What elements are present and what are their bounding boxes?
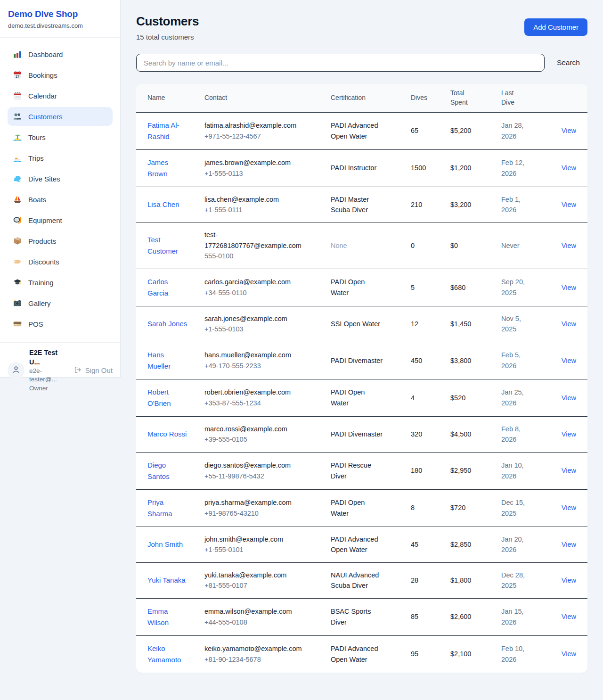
customer-phone: +34-555-0110 — [204, 288, 325, 298]
sidebar-item-calendar[interactable]: Calendar — [8, 86, 113, 105]
column-header-actions — [547, 84, 587, 112]
sidebar-item-tours[interactable]: Tours — [8, 128, 113, 147]
customer-email: emma.wilson@example.com — [204, 606, 306, 617]
customer-name-link[interactable]: Fatima Al-Rashid — [147, 120, 188, 142]
customer-name-link[interactable]: Carlos Garcia — [147, 276, 188, 299]
table-row: Priya Sharma priya.sharma@example.com +9… — [136, 489, 587, 527]
customer-last-dive: Jan 25, 2026 — [501, 387, 530, 408]
customer-phone: +1-555-0111 — [204, 205, 325, 215]
customer-dives: 180 — [411, 452, 450, 489]
customer-email: john.smith@example.com — [204, 534, 306, 544]
customer-email: fatima.alrashid@example.com — [204, 120, 306, 131]
search-button[interactable]: Search — [557, 58, 580, 67]
customer-name-link[interactable]: Robert O'Brien — [147, 387, 188, 409]
customer-last-dive: Sep 20, 2025 — [501, 277, 530, 298]
customer-total-spent: $680 — [450, 269, 501, 306]
customer-name-link[interactable]: Emma Wilson — [147, 606, 188, 628]
customer-certification: PADI Divemaster — [331, 355, 383, 366]
view-link[interactable]: View — [562, 541, 576, 548]
sidebar-item-training[interactable]: Training — [8, 273, 113, 292]
customer-name-link[interactable]: Keiko Yamamoto — [147, 643, 188, 666]
customer-dives: 5 — [411, 269, 450, 306]
customer-last-dive: Jan 10, 2026 — [501, 460, 530, 481]
table-row: Marco Rossi marco.rossi@example.com +39-… — [136, 416, 587, 452]
view-link[interactable]: View — [562, 284, 576, 291]
bar-chart-icon — [13, 49, 22, 59]
user-email: e2e-tester@... — [29, 367, 69, 384]
credit-card-icon — [13, 319, 22, 329]
customer-name-link[interactable]: Hans Mueller — [147, 349, 188, 372]
sidebar-item-customers[interactable]: Customers — [8, 107, 113, 126]
view-link[interactable]: View — [562, 320, 576, 328]
speedboat-icon — [13, 153, 22, 163]
customer-name-link[interactable]: Diego Santos — [147, 460, 188, 482]
customer-name-link[interactable]: Priya Sharma — [147, 497, 188, 519]
sidebar-item-pos[interactable]: POS — [8, 314, 113, 333]
sidebar-item-bookings[interactable]: 17 Bookings — [8, 66, 113, 84]
customer-email: test-1772681807767@example.com — [204, 230, 306, 251]
customer-name-link[interactable]: Test Customer — [147, 234, 188, 257]
customer-total-spent: $3,800 — [450, 342, 501, 379]
diving-mask-icon — [13, 215, 22, 225]
customer-certification: PADI Open Water — [331, 497, 383, 519]
customer-last-dive: Jan 28, 2026 — [501, 120, 530, 141]
table-row: Keiko Yamamoto keiko.yamamoto@example.co… — [136, 635, 587, 673]
customer-name-link[interactable]: John Smith — [147, 539, 183, 550]
sidebar: Demo Dive Shop demo.test.divestreams.com… — [0, 0, 121, 378]
sidebar-item-boats[interactable]: Boats — [8, 190, 113, 209]
sidebar-item-products[interactable]: Products — [8, 231, 113, 250]
sidebar-item-discounts[interactable]: Discounts — [8, 252, 113, 271]
customer-certification: SSI Open Water — [331, 319, 380, 329]
customer-name-link[interactable]: Yuki Tanaka — [147, 575, 186, 586]
customer-email: marco.rossi@example.com — [204, 424, 306, 434]
page-title-block: Customers 15 total customers — [136, 14, 199, 41]
sign-out-button[interactable]: Sign Out — [74, 366, 113, 375]
view-link[interactable]: View — [562, 394, 576, 402]
view-link[interactable]: View — [562, 650, 576, 658]
view-link[interactable]: View — [562, 127, 576, 134]
customer-last-dive: Feb 1, 2026 — [501, 194, 530, 215]
page-title: Customers — [136, 14, 199, 29]
customer-dives: 210 — [411, 187, 450, 222]
view-link[interactable]: View — [562, 613, 576, 620]
page-header: Customers 15 total customers Add Custome… — [136, 14, 587, 41]
customer-certification: PADI Advanced Open Water — [331, 643, 383, 665]
customers-table: NameContactCertificationDivesTotal Spent… — [136, 84, 587, 673]
customer-last-dive: Nov 5, 2025 — [501, 313, 530, 335]
view-link[interactable]: View — [562, 357, 576, 364]
customer-phone: +39-555-0105 — [204, 434, 325, 445]
view-link[interactable]: View — [562, 164, 576, 172]
view-link[interactable]: View — [562, 242, 576, 249]
view-link[interactable]: View — [562, 467, 576, 474]
customer-total-spent: $2,100 — [450, 635, 501, 673]
graduation-cap-icon — [13, 278, 22, 287]
customer-certification: PADI Advanced Open Water — [331, 120, 383, 141]
view-link[interactable]: View — [562, 576, 576, 584]
view-link[interactable]: View — [562, 504, 576, 511]
customer-name-link[interactable]: Marco Rossi — [147, 428, 187, 440]
sidebar-item-dashboard[interactable]: Dashboard — [8, 45, 113, 64]
customer-name-link[interactable]: Lisa Chen — [147, 199, 179, 210]
add-customer-button[interactable]: Add Customer — [524, 18, 587, 36]
sidebar-item-dive-sites[interactable]: Dive Sites — [8, 169, 113, 188]
customer-total-spent: $2,850 — [450, 527, 501, 562]
customer-dives: 28 — [411, 562, 450, 598]
customer-certification: None — [331, 240, 347, 251]
customer-last-dive: Dec 28, 2025 — [501, 570, 530, 591]
customer-phone: +55-11-99876-5432 — [204, 471, 325, 481]
customer-dives: 45 — [411, 527, 450, 562]
customer-certification: PADI Instructor — [331, 163, 376, 173]
customer-certification: NAUI Advanced Scuba Diver — [331, 570, 383, 591]
search-input[interactable] — [136, 54, 545, 72]
customer-name-link[interactable]: James Brown — [147, 157, 188, 180]
sidebar-item-gallery[interactable]: Gallery — [8, 294, 113, 313]
tag-icon — [13, 257, 22, 266]
view-link[interactable]: View — [562, 430, 576, 438]
sailboat-icon — [13, 195, 22, 204]
view-link[interactable]: View — [562, 201, 576, 208]
customer-name-link[interactable]: Sarah Jones — [147, 318, 187, 329]
sidebar-item-trips[interactable]: Trips — [8, 148, 113, 167]
sidebar-item-equipment[interactable]: Equipment — [8, 211, 113, 230]
customer-email: james.brown@example.com — [204, 157, 306, 168]
customer-phone: +1-555-0101 — [204, 544, 325, 555]
